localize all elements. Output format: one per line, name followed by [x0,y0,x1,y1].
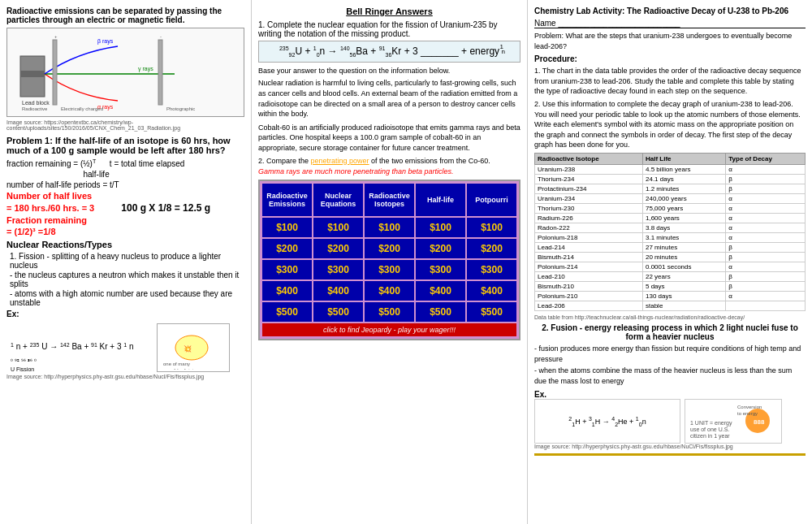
jeopardy-header-1: Nuclear Equations [313,184,363,216]
svg-rect-9 [158,40,162,105]
jeopardy-cell-2-3[interactable]: $300 [416,260,465,279]
table-cell-5-0: Radium-226 [535,213,643,223]
table-cell-12-2: β [726,281,806,291]
table-header-decay: Type of Decay [726,153,806,164]
name-line: Name ___________________________ [534,19,806,28]
svg-text:citizen in 1 year: citizen in 1 year [690,433,730,440]
q2-underline: penetrating power [311,157,369,165]
jeopardy-cell-4-0[interactable]: $500 [262,302,312,322]
jeopardy-footer[interactable]: click to find Jeopardy - play your wager… [262,323,516,336]
jeopardy-cell-2-4[interactable]: $300 [467,260,516,279]
jeopardy-cell-1-4[interactable]: $200 [467,239,516,258]
q1-text: 1. Complete the nuclear equation for the… [258,20,520,38]
jeopardy-grid: $100 $100 $100 $100 $100 $200 $200 $200 … [262,218,516,322]
fusion-item-2: - when the atoms combine the mass of the… [534,366,806,388]
table-cell-11-0: Lead-210 [535,271,643,281]
table-cell-4-0: Thorium-230 [535,203,643,213]
table-cell-7-2: α [726,232,806,242]
jeopardy-header-0: Radioactive Emissions [262,184,312,216]
table-row: Uranium-2384.5 billion yearsα [535,164,806,174]
table-row: Polonium-2140.0001 secondsα [535,262,806,271]
svg-text:plates: plates [61,112,74,113]
proc2: 2. Use this information to complete the … [534,99,806,150]
table-cell-7-0: Polonium-218 [535,232,643,242]
table-row: Protactinium-2341.2 minutesβ [535,184,806,193]
table-cell-9-1: 20 minutes [643,252,726,262]
jeopardy-cell-0-2[interactable]: $100 [365,218,414,237]
jeopardy-cell-0-3[interactable]: $100 [416,218,465,237]
table-cell-9-2: β [726,252,806,262]
table-cell-4-2: α [726,203,806,213]
jeopardy-cell-3-4[interactable]: $400 [467,281,516,301]
table-cell-14-2 [726,301,806,310]
right-column: Chemistry Lab Activity: The Radioactive … [528,0,812,524]
table-cell-12-0: Bismuth-210 [535,281,643,291]
table-row: Radon-2223.8 daysα [535,223,806,232]
jeopardy-cell-4-3[interactable]: $500 [416,302,465,322]
jeopardy-cell-0-1[interactable]: $100 [313,218,363,237]
jeopardy-cell-3-2[interactable]: $400 [365,281,414,301]
table-cell-0-2: α [726,164,806,174]
jeopardy-cell-1-2[interactable]: $200 [365,239,414,258]
table-row: Lead-21022 yearsβ [535,271,806,281]
table-cell-1-1: 24.1 days [643,174,726,184]
proc1: 1. The chart in the data table provides … [534,66,806,97]
table-row: Lead-206stable [535,301,806,310]
svg-text:Photographic: Photographic [166,106,195,111]
jeopardy-cell-4-2[interactable]: $500 [365,302,414,322]
table-cell-8-1: 27 minutes [643,242,726,252]
equation-text: 23592U + 10n → 14056Ba + 9136Kr + 3 ____… [279,45,499,57]
jeopardy-cell-1-0[interactable]: $200 [262,239,312,258]
jeopardy-cell-3-3[interactable]: $400 [416,281,465,301]
left-column: Radioactive emissions can be separated b… [0,0,252,524]
fusion-diagram: 1 UNIT = energy use of one U.S. citizen … [685,399,782,444]
jeopardy-cell-4-1[interactable]: $500 [313,302,363,322]
fusion-svg: 1 UNIT = energy use of one U.S. citizen … [689,401,778,441]
table-row: Bismuth-2105 daysβ [535,281,806,291]
svg-point-20 [175,336,208,360]
fusion-item-1: - fusion produces more energy than fissi… [534,344,806,366]
radiation-svg: Lead block α rays γ rays β rays + - Radi… [12,32,240,113]
table-cell-0-1: 4.5 billion years [643,164,726,174]
svg-text:γ rays: γ rays [138,66,153,72]
nuclear-section: Nuclear Reactions/Types 1. Fission - spl… [6,240,244,379]
svg-text:use of one U.S.: use of one U.S. [690,427,729,432]
svg-text:β rays: β rays [97,38,114,45]
table-cell-1-0: Thorium-234 [535,174,643,184]
table-cell-11-2: β [726,271,806,281]
table-row: Thorium-23075,000 yearsα [535,203,806,213]
svg-text:1
          n + 
          235: 1 n + 235 U → 142 Ba + 91 Kr + 3 1 n [11,342,134,352]
table-cell-5-2: α [726,213,806,223]
table-row: Radium-2261,600 yearsα [535,213,806,223]
jeopardy-board: Radioactive Emissions Nuclear Equations … [258,180,520,340]
jeopardy-cell-2-2[interactable]: $300 [365,260,414,279]
fission-cloud-svg: 💥 one of many possible divisions [159,325,228,370]
jeopardy-cell-3-1[interactable]: $400 [313,281,363,301]
table-cell-8-2: β [726,242,806,252]
gold-line [534,453,806,456]
jeopardy-cell-2-1[interactable]: $300 [313,260,363,279]
jeopardy-cell-1-3[interactable]: $200 [416,239,465,258]
radiation-diagram: Lead block α rays γ rays β rays + - Radi… [6,28,244,117]
table-cell-10-1: 0.0001 seconds [643,262,726,271]
svg-text:to energy: to energy [737,411,758,416]
jeopardy-headers: Radioactive Emissions Nuclear Equations … [262,184,516,216]
jeopardy-cell-2-0[interactable]: $300 [262,260,312,279]
jeopardy-cell-3-0[interactable]: $400 [262,281,312,301]
answer-text: Gamma rays are much more penetrating tha… [258,167,520,175]
jeopardy-cell-4-4[interactable]: $500 [467,302,516,322]
svg-text:888: 888 [754,418,765,426]
jeopardy-cell-1-1[interactable]: $200 [313,239,363,258]
jeopardy-cell-0-0[interactable]: $100 [262,218,312,237]
jeopardy-cell-0-4[interactable]: $100 [467,218,516,237]
table-cell-2-0: Protactinium-234 [535,184,643,193]
fission-equation-svg: 1 n + 235 U → 142 Ba + 91 Kr + 3 1 n ₀ ₉… [6,321,153,374]
table-row: Polonium-2183.1 minutesα [535,232,806,242]
fusion-image-source: Image source: http://hyperphysics.phy-as… [534,444,806,449]
table-cell-12-1: 5 days [643,281,726,291]
procedure-title: Procedure: [534,54,806,63]
svg-text:one of many: one of many [163,362,190,366]
red-line3: Fraction remaining [6,215,244,225]
table-cell-11-1: 22 years [643,271,726,281]
svg-text:1 UNIT = energy: 1 UNIT = energy [690,420,732,427]
